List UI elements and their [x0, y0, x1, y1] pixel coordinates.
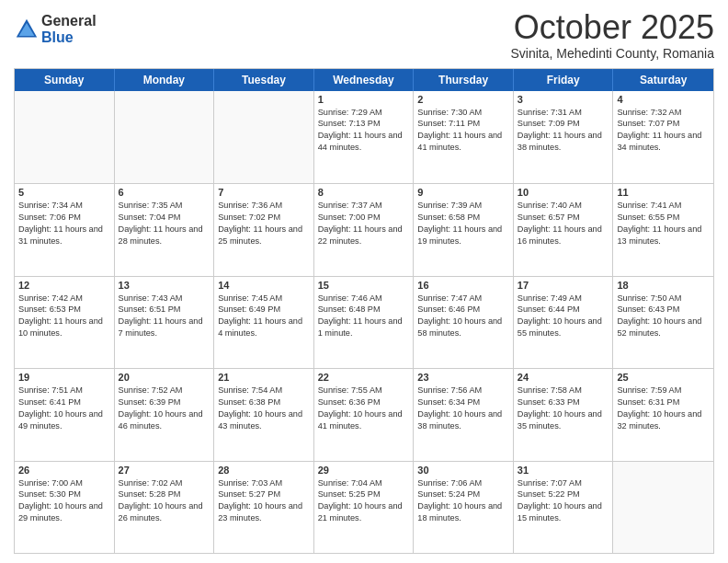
sunset-text: Sunset: 5:30 PM: [18, 488, 110, 500]
calendar-cell: 11Sunrise: 7:41 AMSunset: 6:55 PMDayligh…: [613, 184, 713, 275]
daylight-text: Daylight: 11 hours and 22 minutes.: [318, 224, 410, 247]
daylight-text: Daylight: 10 hours and 21 minutes.: [318, 500, 410, 524]
daylight-text: Daylight: 10 hours and 49 minutes.: [18, 408, 110, 432]
sunrise-text: Sunrise: 7:54 AM: [218, 385, 310, 396]
daylight-text: Daylight: 11 hours and 34 minutes.: [617, 130, 710, 154]
daylight-text: Daylight: 11 hours and 41 minutes.: [417, 130, 509, 154]
day-number: 16: [417, 280, 509, 291]
day-number: 6: [119, 187, 210, 198]
daylight-text: Daylight: 11 hours and 13 minutes.: [617, 224, 710, 247]
day-number: 31: [518, 465, 609, 476]
day-number: 12: [18, 280, 110, 291]
sunset-text: Sunset: 5:24 PM: [417, 488, 509, 500]
calendar-cell: [115, 91, 215, 183]
sunrise-text: Sunrise: 7:50 AM: [617, 293, 710, 304]
sunrise-text: Sunrise: 7:45 AM: [218, 293, 310, 304]
sunset-text: Sunset: 6:53 PM: [18, 304, 110, 316]
day-number: 14: [218, 280, 310, 291]
day-number: 3: [518, 94, 609, 105]
daylight-text: Daylight: 11 hours and 31 minutes.: [18, 224, 110, 247]
day-number: 10: [518, 187, 609, 198]
day-number: 22: [318, 372, 410, 383]
calendar-cell: 21Sunrise: 7:54 AMSunset: 6:38 PMDayligh…: [214, 369, 314, 460]
calendar-cell: 4Sunrise: 7:32 AMSunset: 7:07 PMDaylight…: [613, 91, 713, 183]
sunrise-text: Sunrise: 7:58 AM: [518, 385, 609, 396]
sunrise-text: Sunrise: 7:40 AM: [518, 200, 609, 212]
calendar-cell: 16Sunrise: 7:47 AMSunset: 6:46 PMDayligh…: [414, 277, 514, 368]
daylight-text: Daylight: 10 hours and 43 minutes.: [218, 408, 310, 432]
sunset-text: Sunset: 5:28 PM: [119, 488, 210, 500]
sunrise-text: Sunrise: 7:35 AM: [119, 200, 210, 212]
sunset-text: Sunset: 6:33 PM: [518, 396, 609, 408]
day-number: 19: [18, 372, 110, 383]
daylight-text: Daylight: 10 hours and 38 minutes.: [417, 408, 509, 432]
calendar-cell: [214, 91, 314, 183]
calendar-cell: 18Sunrise: 7:50 AMSunset: 6:43 PMDayligh…: [613, 277, 713, 368]
daylight-text: Daylight: 10 hours and 58 minutes.: [417, 316, 509, 339]
sunset-text: Sunset: 6:57 PM: [518, 212, 609, 224]
sunset-text: Sunset: 6:34 PM: [417, 396, 509, 408]
calendar-cell: 23Sunrise: 7:56 AMSunset: 6:34 PMDayligh…: [414, 369, 514, 460]
sunset-text: Sunset: 6:31 PM: [617, 396, 710, 408]
day-number: 11: [617, 187, 710, 198]
day-number: 2: [417, 94, 509, 105]
sunrise-text: Sunrise: 7:02 AM: [119, 477, 210, 489]
sunset-text: Sunset: 7:09 PM: [518, 118, 609, 130]
calendar-cell: 3Sunrise: 7:31 AMSunset: 7:09 PMDaylight…: [514, 91, 614, 183]
calendar-cell: 29Sunrise: 7:04 AMSunset: 5:25 PMDayligh…: [314, 462, 415, 553]
day-number: 8: [318, 187, 410, 198]
sunrise-text: Sunrise: 7:07 AM: [518, 477, 609, 489]
daylight-text: Daylight: 11 hours and 44 minutes.: [318, 130, 410, 154]
day-number: 15: [318, 280, 410, 291]
daylight-text: Daylight: 11 hours and 28 minutes.: [119, 224, 210, 247]
sunset-text: Sunset: 7:04 PM: [119, 212, 210, 224]
page: General Blue October 2025 Svinita, Mehed…: [0, 0, 728, 563]
daylight-text: Daylight: 11 hours and 4 minutes.: [218, 316, 310, 339]
day-number: 25: [617, 372, 710, 383]
daylight-text: Daylight: 10 hours and 26 minutes.: [119, 500, 210, 524]
sunrise-text: Sunrise: 7:41 AM: [617, 200, 710, 212]
daylight-text: Daylight: 11 hours and 16 minutes.: [518, 224, 609, 247]
sunset-text: Sunset: 6:51 PM: [119, 304, 210, 316]
sunrise-text: Sunrise: 7:59 AM: [617, 385, 710, 396]
calendar-cell: 6Sunrise: 7:35 AMSunset: 7:04 PMDaylight…: [115, 184, 215, 275]
day-number: 20: [119, 372, 210, 383]
day-number: 13: [119, 280, 210, 291]
calendar-body: 1Sunrise: 7:29 AMSunset: 7:13 PMDaylight…: [15, 91, 713, 553]
calendar-cell: 1Sunrise: 7:29 AMSunset: 7:13 PMDaylight…: [314, 91, 415, 183]
daylight-text: Daylight: 10 hours and 55 minutes.: [518, 316, 609, 339]
sunrise-text: Sunrise: 7:37 AM: [318, 200, 410, 212]
sunset-text: Sunset: 6:48 PM: [318, 304, 410, 316]
weekday-header: Tuesday: [214, 69, 314, 91]
calendar-cell: 12Sunrise: 7:42 AMSunset: 6:53 PMDayligh…: [15, 277, 115, 368]
sunrise-text: Sunrise: 7:32 AM: [617, 107, 710, 119]
sunrise-text: Sunrise: 7:43 AM: [119, 293, 210, 304]
sunrise-text: Sunrise: 7:39 AM: [417, 200, 509, 212]
daylight-text: Daylight: 10 hours and 29 minutes.: [18, 500, 110, 524]
day-number: 26: [18, 465, 110, 476]
calendar-cell: 8Sunrise: 7:37 AMSunset: 7:00 PMDaylight…: [314, 184, 415, 275]
sunrise-text: Sunrise: 7:00 AM: [18, 477, 110, 489]
logo-blue-text: Blue: [41, 29, 97, 46]
calendar-cell: 24Sunrise: 7:58 AMSunset: 6:33 PMDayligh…: [514, 369, 614, 460]
daylight-text: Daylight: 10 hours and 52 minutes.: [617, 316, 710, 339]
logo-icon: [14, 17, 40, 42]
calendar-cell: 2Sunrise: 7:30 AMSunset: 7:11 PMDaylight…: [414, 91, 514, 183]
sunrise-text: Sunrise: 7:52 AM: [119, 385, 210, 396]
calendar-cell: 26Sunrise: 7:00 AMSunset: 5:30 PMDayligh…: [15, 462, 115, 553]
month-title: October 2025: [510, 9, 714, 46]
sunrise-text: Sunrise: 7:06 AM: [417, 477, 509, 489]
header-right: October 2025 Svinita, Mehedinti County, …: [510, 9, 714, 61]
calendar-cell: [613, 462, 713, 553]
day-number: 23: [417, 372, 509, 383]
day-number: 5: [18, 187, 110, 198]
calendar-cell: 9Sunrise: 7:39 AMSunset: 6:58 PMDaylight…: [414, 184, 514, 275]
calendar: SundayMondayTuesdayWednesdayThursdayFrid…: [14, 68, 714, 554]
sunrise-text: Sunrise: 7:47 AM: [417, 293, 509, 304]
daylight-text: Daylight: 11 hours and 7 minutes.: [119, 316, 210, 339]
weekday-header: Monday: [115, 69, 215, 91]
sunset-text: Sunset: 7:13 PM: [318, 118, 410, 130]
calendar-row: 1Sunrise: 7:29 AMSunset: 7:13 PMDaylight…: [15, 91, 713, 183]
calendar-cell: 30Sunrise: 7:06 AMSunset: 5:24 PMDayligh…: [414, 462, 514, 553]
calendar-cell: 13Sunrise: 7:43 AMSunset: 6:51 PMDayligh…: [115, 277, 215, 368]
